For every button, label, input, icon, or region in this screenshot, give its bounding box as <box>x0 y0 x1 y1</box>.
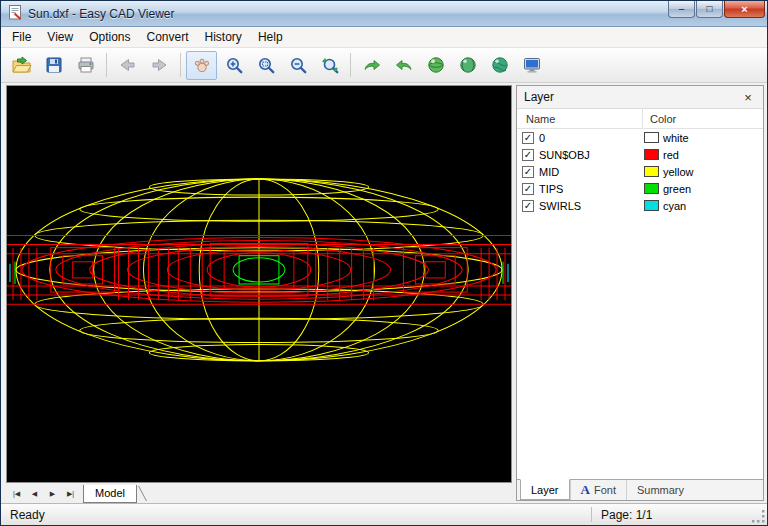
layer-row[interactable]: ✓ TIPS green <box>517 180 763 197</box>
render-sphere-2-button[interactable] <box>452 51 483 80</box>
check-icon: ✓ <box>524 150 532 160</box>
statusbar: Ready Page: 1/1 <box>1 503 767 525</box>
zoom-window-button[interactable] <box>250 51 281 80</box>
toolbar <box>1 48 767 83</box>
save-button[interactable] <box>38 51 69 80</box>
layer-checkbox[interactable]: ✓ <box>522 200 534 212</box>
close-button[interactable]: × <box>724 1 765 18</box>
first-page-button[interactable]: |◀ <box>8 486 25 502</box>
display-button[interactable] <box>516 51 547 80</box>
tab-layer[interactable]: Layer <box>520 479 570 500</box>
color-name: yellow <box>663 166 694 178</box>
forward-button[interactable] <box>144 51 175 80</box>
zoom-extents-button[interactable] <box>314 51 345 80</box>
color-name: green <box>663 183 691 195</box>
render-sphere-1-button[interactable] <box>420 51 451 80</box>
check-icon: ✓ <box>524 167 532 177</box>
minimize-button[interactable]: – <box>668 1 695 18</box>
print-button[interactable] <box>70 51 101 80</box>
grip-dots-icon <box>752 510 767 525</box>
layer-panel-title: Layer <box>524 90 554 104</box>
color-swatch[interactable] <box>644 183 659 194</box>
color-swatch[interactable] <box>644 149 659 160</box>
zoom-window-icon <box>257 56 275 74</box>
resize-grip[interactable] <box>752 510 767 525</box>
sphere-lon-icon <box>459 56 477 74</box>
menu-options[interactable]: Options <box>81 28 138 46</box>
last-page-button[interactable]: ▶| <box>62 486 79 502</box>
layer-row[interactable]: ✓ SWIRLS cyan <box>517 197 763 214</box>
forward-arrow-icon <box>150 56 169 74</box>
layer-panel: Layer × Name Color ✓ 0 white ✓ SUN$OBJ r… <box>516 85 764 501</box>
render-sphere-3-button[interactable] <box>484 51 515 80</box>
toolbar-separator <box>350 53 351 77</box>
layer-name: MID <box>539 166 559 178</box>
tab-summary[interactable]: Summary <box>626 480 694 500</box>
titlebar[interactable]: Sun.dxf - Easy CAD Viewer – □ × <box>1 1 767 27</box>
layer-list-header: Name Color <box>517 109 763 129</box>
redo-button[interactable] <box>356 51 387 80</box>
tab-layer-label: Layer <box>531 484 559 496</box>
check-icon: ✓ <box>524 133 532 143</box>
tab-font[interactable]: AFont <box>570 480 626 500</box>
undo-button[interactable] <box>388 51 419 80</box>
zoom-out-button[interactable] <box>282 51 313 80</box>
layer-checkbox[interactable]: ✓ <box>522 166 534 178</box>
layer-name: 0 <box>539 132 545 144</box>
pan-button[interactable] <box>186 51 217 80</box>
prev-page-button[interactable]: ◀ <box>26 486 43 502</box>
zoom-in-button[interactable] <box>218 51 249 80</box>
sphere-swirl-icon <box>491 56 509 74</box>
menu-file[interactable]: File <box>4 28 39 46</box>
layer-row[interactable]: ✓ SUN$OBJ red <box>517 146 763 163</box>
back-button[interactable] <box>112 51 143 80</box>
zoom-out-icon <box>289 56 307 74</box>
color-name: white <box>663 132 689 144</box>
zoom-extents-icon <box>321 56 339 74</box>
main-area: |◀ ◀ ▶ ▶| Model Layer × Name Color ✓ 0 w… <box>1 83 767 503</box>
model-tab-strip: |◀ ◀ ▶ ▶| Model <box>6 483 512 503</box>
layer-list-empty-area <box>517 214 763 479</box>
column-color[interactable]: Color <box>643 113 763 125</box>
layer-checkbox[interactable]: ✓ <box>522 149 534 161</box>
tab-slant-divider <box>138 486 147 501</box>
back-arrow-icon <box>118 56 137 74</box>
menu-view[interactable]: View <box>39 28 81 46</box>
toolbar-separator <box>106 53 107 77</box>
app-window: Sun.dxf - Easy CAD Viewer – □ × File Vie… <box>0 0 768 526</box>
layer-row[interactable]: ✓ MID yellow <box>517 163 763 180</box>
layer-checkbox[interactable]: ✓ <box>522 132 534 144</box>
menu-help[interactable]: Help <box>250 28 291 46</box>
open-button[interactable] <box>6 51 37 80</box>
layer-name: SWIRLS <box>539 200 581 212</box>
panel-tabs: Layer AFont Summary <box>517 479 763 500</box>
menu-history[interactable]: History <box>197 28 250 46</box>
pan-paw-icon <box>193 56 211 74</box>
cad-canvas[interactable] <box>6 85 512 483</box>
layer-checkbox[interactable]: ✓ <box>522 183 534 195</box>
color-swatch[interactable] <box>644 132 659 143</box>
color-swatch[interactable] <box>644 166 659 177</box>
sphere-lat-icon <box>427 56 445 74</box>
page-indicator: Page: 1/1 <box>592 504 752 525</box>
app-icon <box>8 5 23 23</box>
color-swatch[interactable] <box>644 200 659 211</box>
font-a-icon: A <box>581 482 590 498</box>
color-name: red <box>663 149 679 161</box>
zoom-in-icon <box>225 56 243 74</box>
menu-convert[interactable]: Convert <box>139 28 197 46</box>
panel-close-icon[interactable]: × <box>740 91 756 104</box>
next-page-button[interactable]: ▶ <box>44 486 61 502</box>
undo-arrow-icon <box>395 56 413 74</box>
column-name[interactable]: Name <box>517 109 643 128</box>
open-folder-icon <box>12 56 32 74</box>
menubar: File View Options Convert History Help <box>1 27 767 48</box>
layer-panel-header: Layer × <box>517 86 763 109</box>
cad-drawing <box>7 86 511 482</box>
layer-name: SUN$OBJ <box>539 149 590 161</box>
print-icon <box>77 56 95 74</box>
maximize-button[interactable]: □ <box>696 1 723 18</box>
layer-row[interactable]: ✓ 0 white <box>517 129 763 146</box>
tab-model[interactable]: Model <box>83 485 137 503</box>
check-icon: ✓ <box>524 184 532 194</box>
